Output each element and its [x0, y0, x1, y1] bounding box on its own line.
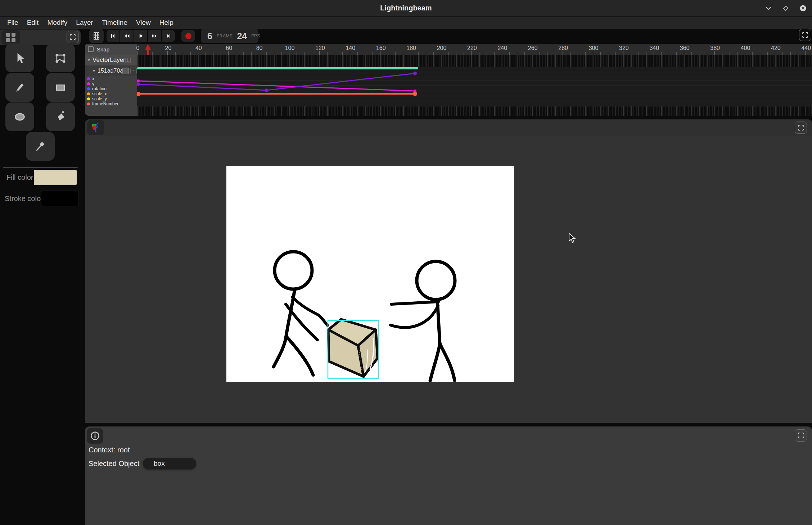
menu-item-modify[interactable]: Modify — [43, 17, 72, 29]
ruler-label-340: 340 — [649, 45, 659, 51]
ruler-label-220: 220 — [467, 45, 477, 51]
snap-checkbox[interactable] — [88, 46, 94, 52]
keyframe-dot-y[interactable] — [137, 79, 140, 82]
eyedropper-tool-button[interactable] — [26, 132, 55, 161]
ruler-label-300: 300 — [589, 45, 599, 51]
fast-forward-button[interactable] — [148, 30, 161, 42]
ruler-label-380: 380 — [710, 45, 720, 51]
timeline-ruler[interactable]: 0204060801001201401601802002202402602803… — [137, 44, 812, 55]
tool-grid-button[interactable] — [1, 30, 20, 45]
keyframe-dot-x[interactable] — [137, 82, 140, 86]
info-icon — [90, 431, 100, 440]
minimize-icon[interactable] — [764, 4, 772, 12]
inspector-expand-button[interactable] — [795, 429, 807, 442]
selected-object-field[interactable]: box — [143, 458, 196, 469]
menu-item-layer[interactable]: Layer — [72, 17, 98, 29]
film-button[interactable] — [89, 29, 104, 43]
record-button[interactable] — [181, 30, 195, 42]
rectangle-tool-button[interactable] — [46, 73, 75, 102]
drawing-canvas[interactable] — [226, 166, 514, 382]
paint-bucket-tool-button[interactable] — [46, 102, 75, 131]
ellipse-tool-button[interactable] — [5, 102, 34, 131]
keyframe-dot-x[interactable] — [265, 88, 268, 92]
property-row-x[interactable]: x — [85, 76, 137, 81]
property-row-scale_x[interactable]: scale_x — [85, 91, 137, 96]
title-bar: Lightningbeam — [0, 0, 812, 16]
keyframe-dot-x[interactable] — [413, 72, 417, 75]
ruler-label-180: 180 — [406, 45, 416, 51]
menu-item-file[interactable]: File — [3, 17, 23, 29]
layer-name: VectorLayer — [93, 56, 125, 64]
expand-icon — [802, 32, 808, 38]
transform-tool-button[interactable] — [46, 44, 75, 72]
frame-fps-panel: 6 FRAME 24 FPS — [201, 29, 258, 43]
film-strip-icon — [93, 32, 100, 40]
ruler-label-140: 140 — [346, 45, 355, 51]
skip-end-icon — [166, 33, 171, 39]
property-row-y[interactable]: y — [85, 81, 137, 86]
pencil-tool-button[interactable] — [5, 73, 34, 102]
play-button[interactable] — [134, 30, 147, 42]
layer-visibility-button[interactable] — [122, 68, 129, 74]
canvas-artwork — [226, 166, 514, 382]
rewind-button[interactable] — [120, 30, 133, 42]
frame-number-value[interactable]: 6 — [207, 31, 212, 41]
menu-item-view[interactable]: View — [132, 17, 155, 29]
window-controls — [764, 0, 807, 16]
rectangle-icon — [54, 81, 67, 94]
fps-value[interactable]: 24 — [237, 31, 247, 41]
layer-toggle-button[interactable]: ~ — [130, 68, 137, 74]
layer-row-sublayer[interactable]: ▾ 151ad70a... ~ — [85, 65, 137, 76]
box-object — [328, 319, 378, 376]
property-label: y — [92, 81, 94, 86]
canvas-mode-button[interactable] — [87, 120, 104, 135]
stroke-color-label: Stroke color: — [5, 195, 45, 203]
skip-start-button[interactable] — [107, 30, 119, 42]
grid-icon — [6, 33, 15, 42]
property-row-rotation[interactable]: rotation — [85, 86, 137, 91]
close-icon[interactable] — [799, 4, 807, 12]
property-row-scale_y[interactable]: scale_y — [85, 96, 137, 101]
skip-end-button[interactable] — [162, 30, 175, 42]
ruler-label-260: 260 — [528, 45, 538, 51]
keyframe-dot-frameNumber[interactable] — [137, 92, 140, 96]
ruler-label-40: 40 — [195, 45, 202, 51]
tool-panel-divider — [3, 167, 78, 168]
keyframe-dot-frameNumber[interactable] — [413, 92, 417, 96]
select-tool-button[interactable] — [5, 44, 34, 72]
property-label: frameNumber — [92, 101, 118, 106]
window-title: Lightningbeam — [380, 4, 432, 12]
stroke-color-swatch[interactable] — [41, 191, 79, 206]
curve-x — [138, 73, 415, 90]
pencil-icon — [14, 81, 26, 93]
ellipse-icon — [13, 110, 26, 123]
selected-object-value: box — [154, 460, 165, 467]
record-icon — [185, 33, 191, 39]
inspector-panel: Context: root Selected Object box — [85, 426, 812, 525]
playhead-marker[interactable] — [145, 44, 151, 50]
timeline-layer-sidebar: ▾ VectorLayer [L] ▾ 151ad70a... ~ xyrota… — [85, 55, 137, 116]
menu-item-edit[interactable]: Edit — [23, 17, 43, 29]
keyframe-curves — [137, 55, 812, 116]
ruler-label-400: 400 — [741, 45, 750, 51]
canvas-panel — [85, 119, 812, 423]
maximize-icon[interactable] — [782, 4, 790, 12]
transform-icon — [54, 51, 67, 64]
timeline-expand-button[interactable] — [799, 29, 811, 41]
menu-item-help[interactable]: Help — [155, 17, 178, 29]
fill-color-swatch[interactable] — [34, 170, 77, 185]
property-row-frameNumber[interactable]: frameNumber — [85, 101, 137, 106]
fill-color-label: Fill color: — [6, 173, 35, 182]
timeline-track[interactable] — [137, 55, 812, 116]
collapse-triangle-icon[interactable]: ▾ — [93, 68, 95, 73]
collapse-triangle-icon[interactable]: ▾ — [88, 58, 90, 63]
info-button[interactable] — [87, 428, 103, 444]
layer-row-vectorlayer[interactable]: ▾ VectorLayer [L] — [85, 55, 137, 65]
property-label: scale_y — [92, 96, 107, 101]
stick-figure-left — [274, 252, 328, 375]
ruler-label-120: 120 — [315, 45, 325, 51]
tool-panel-expand-button[interactable] — [67, 31, 79, 43]
menu-item-timeline[interactable]: Timeline — [98, 17, 132, 29]
canvas-expand-button[interactable] — [795, 122, 807, 134]
layer-badge: [L] — [125, 57, 131, 63]
